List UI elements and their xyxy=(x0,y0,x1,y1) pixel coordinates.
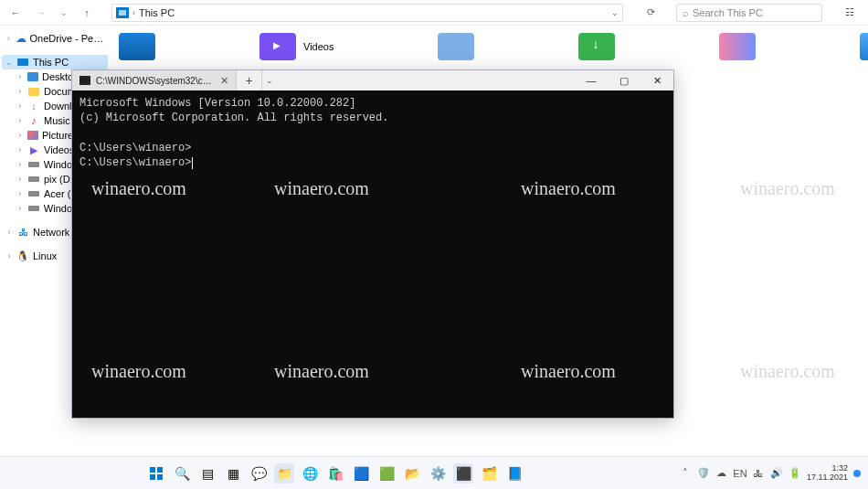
music-icon: ♪ xyxy=(27,115,40,126)
pc-icon xyxy=(16,57,29,68)
task-view-button[interactable]: ▤ xyxy=(197,463,217,484)
cloud-icon: ☁ xyxy=(16,33,26,44)
pictures-icon xyxy=(27,131,38,140)
refresh-button[interactable]: ⟳ xyxy=(641,6,660,18)
sidebar-item-label: Music xyxy=(44,115,70,126)
pc-icon xyxy=(116,7,129,18)
sidebar-item-onedrive[interactable]: › ☁ OneDrive - Personal xyxy=(2,31,108,46)
sidebar-item-thispc[interactable]: ⌄ This PC xyxy=(2,55,108,69)
nav-up[interactable]: ↑ xyxy=(80,6,93,19)
sidebar-item-label: OneDrive - Personal xyxy=(30,33,104,44)
desktop-folder-icon xyxy=(119,33,155,60)
app-button[interactable]: 🟦 xyxy=(351,463,371,484)
app-button[interactable]: 🗂️ xyxy=(479,463,499,484)
cursor-icon xyxy=(192,157,193,169)
linux-icon: 🐧 xyxy=(16,250,29,261)
chevron-right-icon[interactable]: › xyxy=(5,34,12,43)
settings-button[interactable]: ⚙️ xyxy=(428,463,448,484)
pictures-folder-icon xyxy=(719,33,756,60)
language-icon[interactable]: EN xyxy=(734,467,746,480)
taskbar-clock[interactable]: 1:32 17.11.2021 xyxy=(807,464,848,483)
nav-recent-dropdown[interactable]: ⌄ xyxy=(60,8,68,17)
maximize-button[interactable] xyxy=(608,70,640,90)
nav-back[interactable]: ← xyxy=(9,6,22,19)
folder-documents[interactable] xyxy=(438,33,474,60)
chevron-right-icon: › xyxy=(132,8,135,17)
tray-expand-icon[interactable]: ˄ xyxy=(679,467,692,480)
close-tab-icon[interactable]: ✕ xyxy=(220,75,228,87)
desktop-icon xyxy=(27,72,38,81)
details-panel-button[interactable]: ☷ xyxy=(841,6,859,18)
app-button[interactable]: 🟩 xyxy=(376,463,397,484)
clock-date: 17.11.2021 xyxy=(807,473,848,483)
search-button[interactable]: 🔍 xyxy=(172,463,192,484)
drive-icon xyxy=(27,188,40,199)
folder-desktop[interactable] xyxy=(119,33,155,60)
folder-music[interactable] xyxy=(860,33,868,60)
widgets-button[interactable]: ▦ xyxy=(223,463,243,484)
documents-folder-icon xyxy=(438,33,474,60)
onedrive-tray-icon[interactable]: ☁ xyxy=(715,467,728,480)
terminal-titlebar[interactable]: C:\WINDOWS\system32\cmd.ex ✕ + ⌄ xyxy=(72,70,673,90)
new-tab-button[interactable]: + xyxy=(237,70,262,90)
address-bar[interactable]: › This PC ⌄ xyxy=(111,4,623,22)
video-icon: ▶ xyxy=(27,144,40,155)
nav-forward[interactable]: → xyxy=(35,6,48,19)
taskbar: 🔍 ▤ ▦ 💬 📁 🌐 🛍️ 🟦 🟩 📂 ⚙️ ⬛ 🗂️ 📘 ˄ 🛡️ ☁ EN… xyxy=(0,456,868,489)
minimize-button[interactable] xyxy=(575,70,608,90)
download-icon: ↓ xyxy=(27,101,40,112)
downloads-folder-icon xyxy=(578,33,615,60)
videos-folder-icon xyxy=(259,33,296,60)
tab-dropdown-icon[interactable]: ⌄ xyxy=(262,70,277,90)
search-input[interactable]: ⌕ Search This PC xyxy=(676,4,822,22)
terminal-button[interactable]: ⬛ xyxy=(453,463,473,484)
chevron-down-icon[interactable]: ⌄ xyxy=(5,58,13,67)
sidebar-item-label: Videos xyxy=(44,144,74,155)
notifications-button[interactable] xyxy=(853,470,861,477)
cmd-icon xyxy=(79,76,90,85)
address-text: This PC xyxy=(139,7,175,18)
terminal-body[interactable]: Microsoft Windows [Version 10.0.22000.28… xyxy=(72,90,673,418)
drive-icon xyxy=(27,203,40,214)
folder-button[interactable]: 📂 xyxy=(402,463,422,484)
app-button[interactable]: 📘 xyxy=(504,463,524,484)
file-explorer-button[interactable]: 📁 xyxy=(274,463,294,484)
folder-videos[interactable]: Videos xyxy=(259,33,333,60)
sidebar-item-label: Network xyxy=(33,227,69,238)
battery-icon[interactable]: 🔋 xyxy=(789,467,801,480)
network-tray-icon[interactable]: 🖧 xyxy=(752,467,765,480)
folder-icon xyxy=(27,86,40,97)
search-placeholder: Search This PC xyxy=(693,7,763,18)
music-folder-icon xyxy=(860,33,868,60)
address-dropdown-icon[interactable]: ⌄ xyxy=(611,8,619,17)
terminal-tab[interactable]: C:\WINDOWS\system32\cmd.ex ✕ xyxy=(72,70,237,90)
network-icon: 🖧 xyxy=(16,227,29,238)
folder-label: Videos xyxy=(303,41,333,52)
drive-icon xyxy=(27,159,40,170)
terminal-line: (c) Microsoft Corporation. All rights re… xyxy=(79,112,388,124)
drive-icon xyxy=(27,174,40,185)
sidebar-item-label: This PC xyxy=(33,57,69,68)
terminal-prompt: C:\Users\winaero> xyxy=(79,156,191,169)
store-button[interactable]: 🛍️ xyxy=(325,463,345,484)
terminal-line: Microsoft Windows [Version 10.0.22000.28… xyxy=(79,97,355,110)
terminal-window: C:\WINDOWS\system32\cmd.ex ✕ + ⌄ Microso… xyxy=(71,69,674,419)
start-button[interactable] xyxy=(146,463,166,484)
search-icon: ⌕ xyxy=(683,7,689,18)
terminal-tab-title: C:\WINDOWS\system32\cmd.ex xyxy=(96,76,215,86)
sidebar-item-label: Linux xyxy=(33,250,57,261)
defender-icon[interactable]: 🛡️ xyxy=(697,467,710,480)
folder-pictures[interactable] xyxy=(719,33,756,60)
volume-icon[interactable]: 🔊 xyxy=(770,467,783,480)
folder-downloads[interactable] xyxy=(578,33,615,60)
close-window-button[interactable] xyxy=(640,70,673,90)
chat-button[interactable]: 💬 xyxy=(249,463,269,484)
terminal-prompt: C:\Users\winaero> xyxy=(79,142,191,154)
edge-button[interactable]: 🌐 xyxy=(300,463,320,484)
